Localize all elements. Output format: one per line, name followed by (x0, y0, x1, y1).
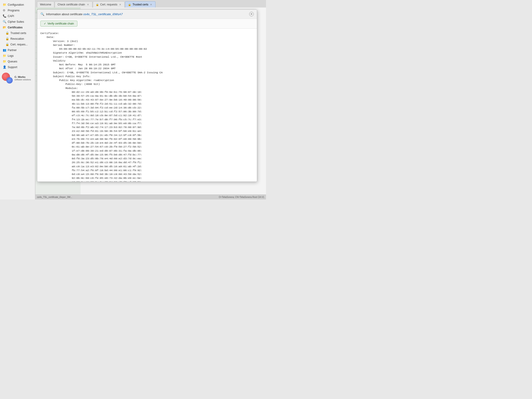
logo-graphic (2, 73, 13, 84)
tab-check-cert[interactable]: Check certificate chain ✕ (55, 1, 92, 7)
main-area: Welcome Check certificate chain ✕ 🔒 Cert… (35, 0, 266, 200)
sidebar-item-label: Configuration (8, 3, 24, 6)
tab-label: Welcome (40, 3, 51, 6)
sidebar-item-partner[interactable]: 👥 Partner (0, 47, 35, 53)
sidebar-item-trusted-certs[interactable]: 🔒 Trusted certs (0, 30, 35, 36)
app-container: 📁 Configuration ⚙ Programs 📞 CAPI 🔍 Ciph… (0, 0, 266, 200)
modal-close-button[interactable]: ✕ (249, 12, 254, 16)
modal-header: 🔍 Information about certificate os4x_TSL… (37, 10, 257, 19)
sidebar-item-label: Logs (8, 54, 14, 57)
verify-button-label: Verify certificate chain (47, 22, 74, 25)
search-icon: 🔍 (40, 12, 44, 16)
folder-icon: 📁 (3, 54, 6, 57)
certificate-text: Certificate: Data: Version: 3 (0x2) Seri… (40, 31, 254, 182)
modal-title: Information about certificate os4x_TSL_c… (46, 13, 247, 16)
tab-close-icon[interactable]: ✕ (150, 3, 152, 6)
sidebar-item-label: Programs (8, 9, 19, 12)
certificate-modal: 🔍 Information about certificate os4x_TSL… (37, 9, 257, 182)
certificate-content[interactable]: Certificate: Data: Version: 3 (0x2) Seri… (37, 29, 257, 182)
lock-icon: 🔒 (128, 3, 131, 6)
sidebar-item-programs[interactable]: ⚙ Programs (0, 7, 35, 13)
sidebar-item-cipher-suites[interactable]: 🔍 Cipher Suites (0, 19, 35, 25)
sidebar-item-certificates[interactable]: 📂 Certificates (0, 25, 35, 30)
sidebar-item-label: Certificates (8, 26, 22, 29)
sidebar-item-label: Support (8, 66, 17, 69)
lock-icon: 🔒 (6, 43, 9, 46)
sidebar-item-configuration[interactable]: 📁 Configuration (0, 2, 35, 7)
gear-icon: ⚙ (3, 9, 6, 12)
logo-area: C- Works software solutions (0, 70, 35, 87)
tab-label: Check certificate chain (58, 3, 85, 6)
bottom-left-text: os4x_TSL_certificate_i0eper_3W... (37, 196, 72, 198)
tab-label: Trusted certs (133, 3, 148, 6)
sidebar-item-revocation[interactable]: 🔒 Revocation (0, 36, 35, 42)
tab-bar: Welcome Check certificate chain ✕ 🔒 Cert… (35, 0, 266, 7)
bottom-right-text: O=TeliaSonera; CN=TeliaSonera Root CA V1 (219, 196, 264, 198)
sidebar-item-logs[interactable]: 📁 Logs (0, 53, 35, 58)
content-area: 🔍 Information about certificate os4x_TSL… (35, 7, 266, 195)
checkmark-icon: ✓ (44, 22, 46, 25)
folder-icon: 📁 (3, 60, 6, 63)
tab-cert-requests[interactable]: 🔒 Cert. requests ✕ (93, 1, 125, 7)
modal-title-prefix: Information about certificate (46, 13, 83, 16)
phone-icon: 📞 (3, 14, 6, 18)
close-icon: ✕ (250, 13, 253, 16)
sidebar-item-label: Cert. reques... (10, 43, 28, 46)
tab-trusted-certs[interactable]: 🔒 Trusted certs ✕ (125, 1, 156, 7)
lock-icon: 🔒 (6, 37, 9, 40)
folder-open-icon: 📂 (3, 26, 6, 29)
sidebar-item-label: Trusted certs (10, 32, 26, 35)
modal-overlay: 🔍 Information about certificate os4x_TSL… (35, 7, 266, 195)
search-icon: 🔍 (3, 20, 6, 23)
user-icon: 👤 (3, 65, 6, 69)
lock-icon: 🔒 (96, 3, 99, 6)
modal-toolbar: ✓ Verify certificate chain (37, 19, 257, 29)
sidebar-item-cert-requests[interactable]: 🔒 Cert. reques... (0, 42, 35, 47)
tab-close-icon[interactable]: ✕ (119, 3, 122, 6)
sidebar-item-label: Cipher Suites (8, 20, 24, 23)
sidebar-item-label: Queues (8, 60, 17, 63)
verify-chain-button[interactable]: ✓ Verify certificate chain (40, 21, 77, 26)
tab-close-icon[interactable]: ✕ (87, 3, 89, 6)
sidebar-item-label: Revocation (10, 37, 24, 40)
sidebar-item-support[interactable]: 👤 Support (0, 64, 35, 70)
sidebar: 📁 Configuration ⚙ Programs 📞 CAPI 🔍 Ciph… (0, 0, 35, 200)
sidebar-item-label: Partner (8, 49, 17, 52)
folder-icon: 📁 (3, 3, 6, 6)
people-icon: 👥 (3, 48, 6, 52)
sidebar-item-queues[interactable]: 📁 Queues (0, 58, 35, 64)
sidebar-item-capi[interactable]: 📞 CAPI (0, 13, 35, 19)
cert-name: os4x_TSL_certificate_i0WsA7 (83, 13, 123, 16)
logo-text: C- Works software solutions (14, 75, 31, 81)
lock-icon: 🔒 (6, 31, 9, 35)
tab-welcome[interactable]: Welcome (37, 1, 54, 7)
bottom-bar: os4x_TSL_certificate_i0eper_3W... O=Teli… (35, 195, 266, 200)
sidebar-item-label: CAPI (8, 14, 14, 18)
tab-label: Cert. requests (100, 3, 117, 6)
